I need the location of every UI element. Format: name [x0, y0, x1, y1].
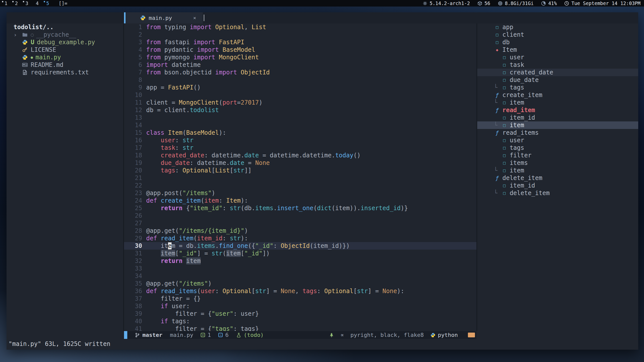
variable-icon: □: [494, 40, 500, 45]
code-line-27[interactable]: 27: [124, 219, 476, 227]
symbol-tags[interactable]: └ □tags: [477, 84, 638, 91]
explorer-item-__pycache__[interactable]: ›◌__pycache__: [7, 31, 123, 38]
function-icon: ƒ: [494, 175, 500, 181]
code-line-11[interactable]: 11client = MongoClient(port=27017): [124, 99, 476, 106]
symbol-app[interactable]: □app: [477, 23, 638, 31]
explorer-item-README.md[interactable]: README.md: [7, 61, 123, 69]
symbol-db[interactable]: □db: [477, 38, 638, 46]
cursor: e: [168, 242, 172, 249]
code-line-34[interactable]: 34: [124, 272, 476, 280]
code-line-28[interactable]: 28@app.get("/items/{item_id}"): [124, 227, 476, 235]
code-line-36[interactable]: 36def read_items(user: Optional[str] = N…: [124, 287, 476, 295]
symbol-item[interactable]: └ □item: [477, 99, 638, 106]
symbol-item_id[interactable]: □item_id: [477, 182, 638, 189]
symbol-created_date[interactable]: □created_date: [477, 69, 638, 76]
symbol-user[interactable]: □user: [477, 54, 638, 61]
code-line-21[interactable]: 21: [124, 174, 476, 182]
code-line-33[interactable]: 33: [124, 265, 476, 272]
explorer-root[interactable]: todolist/..: [7, 23, 123, 31]
code-line-37[interactable]: 37 filter = {}: [124, 295, 476, 302]
symbol-filter[interactable]: □filter: [477, 152, 638, 159]
code-line-4[interactable]: 4from pydantic import BaseModel: [124, 46, 476, 54]
code-line-26[interactable]: 26: [124, 212, 476, 219]
status-kernel: 5.14.2-arch1-2: [423, 1, 470, 6]
symbol-label: item: [510, 167, 524, 174]
status-text: 8.8Gi/31Gi: [505, 1, 534, 6]
code-line-14[interactable]: 14: [124, 121, 476, 129]
explorer-item-LICENSE[interactable]: LICENSE: [7, 46, 123, 54]
symbol-item[interactable]: └ □item: [477, 121, 638, 129]
symbol-user[interactable]: □user: [477, 137, 638, 144]
tab-close-button[interactable]: ×: [193, 15, 196, 21]
symbol-item_id[interactable]: □item_id: [477, 114, 638, 121]
code-line-39[interactable]: 39 filter = {"user": user}: [124, 310, 476, 318]
code-line-32[interactable]: 32 return item: [124, 257, 476, 265]
code-line-6[interactable]: 6import datetime: [124, 61, 476, 69]
license-icon: [22, 47, 28, 53]
symbol-create_item[interactable]: ƒcreate_item: [477, 91, 638, 99]
symbol-label: read_items: [502, 129, 539, 136]
code-line-15[interactable]: 15class Item(BaseModel):: [124, 129, 476, 137]
symbol-delete_item[interactable]: ƒdelete_item: [477, 174, 638, 182]
tree-guide: [494, 144, 501, 151]
explorer-item-requirements.txt[interactable]: requirements.txt: [7, 69, 123, 76]
code-line-9[interactable]: 9app = FastAPI(): [124, 84, 476, 91]
code-line-5[interactable]: 5from pymongo import MongoClient: [124, 54, 476, 61]
code-line-17[interactable]: 17 task: str: [124, 144, 476, 152]
code-line-7[interactable]: 7from bson.objectid import ObjectId: [124, 69, 476, 76]
status-bar: 12345[]= 5.14.2-arch1-2568.8Gi/31Gi41%Tu…: [0, 0, 644, 7]
code-text: from bson.objectid import ObjectId: [146, 69, 270, 76]
venv-flask-icon: [236, 333, 241, 338]
symbol-items[interactable]: □items: [477, 159, 638, 167]
code-line-35[interactable]: 35@app.get("/items"): [124, 280, 476, 287]
code-line-19[interactable]: 19 due_date: datetime.date = None: [124, 159, 476, 167]
code-line-22[interactable]: 22: [124, 182, 476, 189]
line-number: 35: [124, 280, 142, 287]
explorer-item-main.py[interactable]: ●main.py: [7, 54, 123, 61]
workspace-tag-1[interactable]: 1: [4, 1, 8, 6]
code-line-24[interactable]: 24def create_item(item: Item):: [124, 197, 476, 204]
code-line-30[interactable]: 30 item = db.items.find_one({"_id": Obje…: [124, 242, 476, 250]
code-line-12[interactable]: 12db = client.todolist: [124, 106, 476, 114]
workspace-tag-3[interactable]: 3: [25, 1, 29, 6]
code-line-38[interactable]: 38 if user:: [124, 302, 476, 310]
code-line-23[interactable]: 23@app.post("/items"): [124, 189, 476, 197]
symbol-item[interactable]: └ □item: [477, 167, 638, 174]
code-line-13[interactable]: 13: [124, 114, 476, 121]
code-line-18[interactable]: 18 created_date: datetime.date = datetim…: [124, 152, 476, 159]
symbol-read_items[interactable]: ƒread_items: [477, 129, 638, 137]
workspace-tag-5[interactable]: 5: [46, 1, 50, 6]
explorer-item-debug_example.py[interactable]: Udebug_example.py: [7, 38, 123, 46]
code-text: from pymongo import MongoClient: [146, 54, 259, 61]
code-line-41[interactable]: 41 filter = {"tags": tags}: [124, 325, 476, 331]
workspace-tag-4[interactable]: 4: [35, 1, 39, 6]
code-line-8[interactable]: 8: [124, 76, 476, 84]
code-line-1[interactable]: 1from typing import Optional, List: [124, 23, 476, 31]
code-text: if tags:: [146, 318, 190, 325]
symbol-task[interactable]: □task: [477, 61, 638, 69]
code-line-2[interactable]: 2: [124, 31, 476, 38]
field-icon: □: [501, 100, 508, 105]
code-line-25[interactable]: 25 return {"item_id": str(db.items.inser…: [124, 204, 476, 212]
statusline-segment: master: [135, 332, 162, 338]
code-line-20[interactable]: 20 tags: Optional[List[str]]: [124, 167, 476, 174]
symbol-delete_item[interactable]: └ □delete_item: [477, 189, 638, 197]
symbol-label: create_item: [502, 92, 542, 99]
code-line-3[interactable]: 3from fastapi import FastAPI: [124, 38, 476, 46]
symbol-read_item[interactable]: ƒread_item: [477, 106, 638, 114]
code-line-31[interactable]: 31 item["_id"] = str(item["_id"]): [124, 250, 476, 257]
code-line-10[interactable]: 10: [124, 91, 476, 99]
symbol-client[interactable]: □client: [477, 31, 638, 38]
code-line-40[interactable]: 40 if tags:: [124, 318, 476, 325]
workspace-tag-2[interactable]: 2: [14, 1, 18, 6]
symbol-tags[interactable]: □tags: [477, 144, 638, 152]
treesitter-tree-icon: [329, 333, 334, 338]
tree-guide: [494, 182, 501, 189]
code-line-16[interactable]: 16 user: str: [124, 137, 476, 144]
code-line-29[interactable]: 29def read_item(item_id: str):: [124, 235, 476, 242]
symbol-Item[interactable]: ◆Item: [477, 46, 638, 54]
tab-main-py[interactable]: main.py ×: [126, 12, 203, 23]
code-text: created_date: datetime.date = datetime.d…: [146, 152, 361, 159]
symbol-due_date[interactable]: □due_date: [477, 76, 638, 84]
folder-icon: [22, 32, 28, 37]
